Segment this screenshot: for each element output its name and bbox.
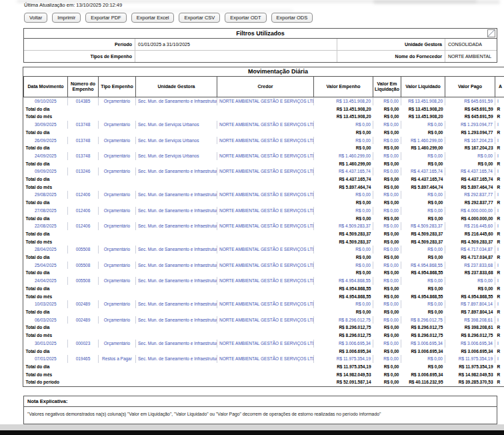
value-cell[interactable]: R$ 0,00 bbox=[314, 246, 373, 254]
value-cell[interactable]: R$ 0,00 bbox=[373, 246, 401, 254]
movement-date-link[interactable]: 27/08/2025 bbox=[24, 207, 68, 215]
value-cell[interactable]: R$ 292.837,77 bbox=[445, 191, 495, 199]
unidade-gestora-link[interactable]: Sec. Mun. de Saneamento e Infraestrutura bbox=[136, 355, 217, 363]
value-cell[interactable]: R$ 237.833,68 bbox=[445, 262, 495, 270]
exportar-pdf-button[interactable]: Exportar PDF bbox=[85, 13, 126, 23]
empenho-number-link[interactable]: 005508 bbox=[68, 262, 99, 270]
empenho-type-link[interactable]: Orçamentário bbox=[99, 246, 136, 254]
credor-link[interactable]: NORTE AMBIENTAL GESTÃO E SERVIÇOS LTDA bbox=[217, 277, 314, 285]
empenho-type-link[interactable]: Orçamentário bbox=[99, 262, 136, 270]
value-cell[interactable]: R$ 8.296.012,75 bbox=[401, 316, 445, 324]
empenho-number-link[interactable]: 005508 bbox=[68, 246, 99, 254]
movement-date-link[interactable]: 30/01/2025 bbox=[24, 340, 68, 348]
empenho-type-link[interactable]: Orçamentário bbox=[99, 191, 136, 199]
unidade-gestora-link[interactable]: Sec. Mun. de Saneamento e Infraestrutura bbox=[136, 207, 217, 215]
empenho-number-link[interactable]: 012406 bbox=[68, 191, 99, 199]
empenho-type-link[interactable]: Orçamentário bbox=[99, 137, 136, 145]
value-cell[interactable]: R$ 0,00 bbox=[401, 355, 445, 363]
unidade-gestora-link[interactable]: Sec. Mun. de Saneamento e Infraestrutura bbox=[136, 262, 217, 270]
voltar-button[interactable]: Voltar bbox=[24, 13, 47, 23]
value-cell[interactable]: R$ 0,00 bbox=[445, 152, 495, 160]
empenho-number-link[interactable]: 002489 bbox=[68, 316, 99, 324]
empenho-type-link[interactable]: Orçamentário bbox=[99, 222, 136, 230]
empenho-number-link[interactable]: 013748 bbox=[68, 121, 99, 129]
exportar-ods-button[interactable]: Exportar ODS bbox=[271, 13, 313, 23]
movement-date-link[interactable]: 22/08/2025 bbox=[24, 222, 68, 230]
value-cell[interactable]: R$ 0,00 bbox=[373, 340, 401, 348]
value-cell[interactable]: R$ 0,00 bbox=[401, 207, 445, 215]
value-cell[interactable]: R$ 0,00 bbox=[373, 137, 401, 145]
value-cell[interactable]: R$ 0,00 bbox=[373, 191, 401, 199]
unidade-gestora-link[interactable]: Sec. Mun. de Saneamento e Infraestrutura bbox=[136, 167, 217, 175]
value-cell[interactable]: R$ 0,00 bbox=[401, 300, 445, 308]
value-cell[interactable]: R$ 0,00 bbox=[373, 222, 401, 230]
value-cell[interactable]: R$ 0,00 bbox=[401, 277, 445, 285]
movement-date-link[interactable]: 09/09/2025 bbox=[24, 167, 68, 175]
value-cell[interactable]: R$ 4.509.283,37 bbox=[314, 222, 373, 230]
value-cell[interactable]: R$ 0,00 bbox=[373, 355, 401, 363]
value-cell[interactable]: R$ 645.691,59 bbox=[445, 97, 495, 105]
empenho-type-link[interactable]: Orçamentário bbox=[99, 340, 136, 348]
movement-date-link[interactable]: 29/08/2025 bbox=[24, 191, 68, 199]
movement-date-link[interactable]: 28/04/2025 bbox=[24, 246, 68, 254]
empenho-type-link[interactable]: Orçamentário bbox=[99, 207, 136, 215]
value-cell[interactable]: R$ 0,00 bbox=[445, 277, 495, 285]
empenho-type-link[interactable]: Orçamentário bbox=[99, 316, 136, 324]
unidade-gestora-link[interactable]: Sec. Mun. de Saneamento e Infraestrutura bbox=[136, 316, 217, 324]
unidade-gestora-link[interactable]: Sec. Mun. de Serviços Urbanos bbox=[136, 121, 217, 129]
value-cell[interactable]: R$ 13.451.908,20 bbox=[314, 97, 373, 105]
value-cell[interactable]: R$ 0,00 bbox=[314, 300, 373, 308]
value-cell[interactable]: R$ 0,00 bbox=[401, 121, 445, 129]
credor-link[interactable]: NORTE AMBIENTAL GESTÃO E SERVIÇOS LTDA bbox=[217, 355, 314, 363]
movement-date-link[interactable]: 24/04/2025 bbox=[24, 277, 68, 285]
value-cell[interactable]: R$ 0,00 bbox=[373, 97, 401, 105]
value-cell[interactable]: R$ 4.954.868,55 bbox=[401, 262, 445, 270]
value-cell[interactable]: R$ 4.000.000,00 bbox=[445, 207, 495, 215]
empenho-type-link[interactable]: Orçamentário bbox=[99, 300, 136, 308]
value-cell[interactable]: R$ 3.006.695,34 bbox=[445, 340, 495, 348]
empenho-number-link[interactable]: 013748 bbox=[68, 137, 99, 145]
value-cell[interactable]: R$ 0,00 bbox=[314, 191, 373, 199]
value-cell[interactable]: R$ 0,00 bbox=[314, 262, 373, 270]
credor-link[interactable]: NORTE AMBIENTAL GESTÃO E SERVIÇOS LTDA bbox=[217, 340, 314, 348]
value-cell[interactable]: R$ 1.460.299,00 bbox=[401, 137, 445, 145]
value-cell[interactable]: R$ 0,00 bbox=[373, 207, 401, 215]
empenho-number-link[interactable]: 013748 bbox=[68, 152, 99, 160]
credor-link[interactable]: NORTE AMBIENTAL GESTÃO E SERVIÇOS LTDA bbox=[217, 97, 314, 105]
value-cell[interactable]: R$ 0,00 bbox=[314, 137, 373, 145]
unidade-gestora-link[interactable]: Sec. Mun. de Saneamento e Infraestrutura bbox=[136, 340, 217, 348]
value-cell[interactable]: R$ 0,00 bbox=[314, 207, 373, 215]
credor-link[interactable]: NORTE AMBIENTAL GESTÃO E SERVIÇOS LTDA bbox=[217, 316, 314, 324]
empenho-number-link[interactable]: 012406 bbox=[68, 222, 99, 230]
value-cell[interactable]: R$ 3.006.695,34 bbox=[314, 340, 373, 348]
movement-date-link[interactable]: 26/09/2025 bbox=[24, 137, 68, 145]
unidade-gestora-link[interactable]: Sec. Mun. de Saneamento e Infraestrutura bbox=[136, 300, 217, 308]
unidade-gestora-link[interactable]: Sec. Mun. de Saneamento e Infraestrutura bbox=[136, 97, 217, 105]
movement-date-link[interactable]: 30/09/2025 bbox=[24, 121, 68, 129]
empenho-number-link[interactable]: 002489 bbox=[68, 300, 99, 308]
unidade-gestora-link[interactable]: Sec. Mun. de Saneamento e Infraestrutura bbox=[136, 277, 217, 285]
value-cell[interactable]: R$ 0,00 bbox=[373, 121, 401, 129]
empenho-number-link[interactable]: 019465 bbox=[68, 355, 99, 363]
credor-link[interactable]: NORTE AMBIENTAL GESTÃO E SERVIÇOS LTDA bbox=[217, 152, 314, 160]
credor-link[interactable]: NORTE AMBIENTAL GESTÃO E SERVIÇOS LTDA bbox=[217, 207, 314, 215]
credor-link[interactable]: NORTE AMBIENTAL GESTÃO E SERVIÇOS LTDA bbox=[217, 300, 314, 308]
movement-date-link[interactable]: 24/09/2025 bbox=[24, 152, 68, 160]
value-cell[interactable]: R$ 0,00 bbox=[314, 121, 373, 129]
credor-link[interactable]: NORTE AMBIENTAL GESTÃO E SERVIÇOS LTDA bbox=[217, 222, 314, 230]
value-cell[interactable]: R$ 0,00 bbox=[373, 262, 401, 270]
value-cell[interactable]: R$ 4.717.034,87 bbox=[445, 246, 495, 254]
value-cell[interactable]: R$ 4.509.283,37 bbox=[401, 222, 445, 230]
value-cell[interactable]: R$ 11.975.354,19 bbox=[445, 355, 495, 363]
empenho-type-link[interactable]: Orçamentário bbox=[99, 97, 136, 105]
movement-date-link[interactable]: 06/03/2025 bbox=[24, 316, 68, 324]
unidade-gestora-link[interactable]: Sec. Mun. de Saneamento e Infraestrutura bbox=[136, 246, 217, 254]
value-cell[interactable]: R$ 0,00 bbox=[373, 316, 401, 324]
empenho-type-link[interactable]: Orçamentário bbox=[99, 152, 136, 160]
empenho-type-link[interactable]: Orçamentário bbox=[99, 121, 136, 129]
empenho-number-link[interactable]: 013246 bbox=[68, 167, 99, 175]
value-cell[interactable]: R$ 4.954.868,55 bbox=[314, 277, 373, 285]
exportar-excel-button[interactable]: Exportar Excel bbox=[131, 13, 175, 23]
value-cell[interactable]: R$ 3.006.695,34 bbox=[401, 340, 445, 348]
movement-date-link[interactable]: 25/04/2025 bbox=[24, 262, 68, 270]
